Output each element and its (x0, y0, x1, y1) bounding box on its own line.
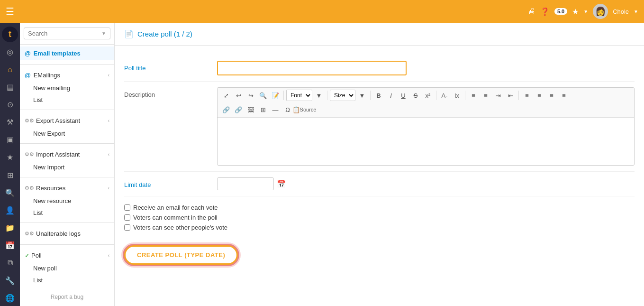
description-label: Description (124, 87, 209, 98)
star-chevron-icon[interactable]: ▼ (583, 9, 588, 14)
nav-icon-building[interactable]: ⊞ (2, 167, 18, 183)
rte-special-btn[interactable]: Ω (282, 104, 293, 115)
sidebar-item-unalterable-logs[interactable]: ⚙⚙ Unalterable logs (20, 227, 114, 241)
rte-unlink-btn[interactable]: 🔗 (233, 104, 244, 115)
nav-icon-folder[interactable]: 📁 (2, 220, 18, 236)
rte-indent-btn[interactable]: ⇥ (492, 90, 504, 101)
sidebar-item-new-export[interactable]: New Export (20, 128, 114, 139)
nav-icon-person[interactable]: 👤 (2, 203, 18, 218)
sidebar-item-new-resource[interactable]: New resource (20, 195, 114, 207)
rte-superscript-btn[interactable]: x² (422, 90, 434, 101)
page-doc-icon: 📄 (124, 29, 134, 38)
divider-5 (20, 223, 114, 223)
search-chevron-icon[interactable]: ▼ (101, 31, 106, 36)
report-bug-link[interactable]: Report a bug (20, 288, 114, 306)
sidebar-label-unalterable: Unalterable logs (36, 230, 81, 237)
rte-align-justify-btn[interactable]: ≡ (558, 90, 570, 101)
rte-image-btn[interactable]: 🖼 (245, 104, 256, 115)
checkbox-voters-comment[interactable] (124, 214, 130, 221)
rte-align-right-btn[interactable]: ≡ (546, 90, 557, 101)
sidebar-item-new-import[interactable]: New Import (20, 161, 114, 173)
rte-search-btn[interactable]: 🔍 (257, 90, 269, 101)
rte-body[interactable] (218, 118, 634, 165)
nav-icon-search[interactable]: 🔍 (2, 185, 18, 201)
sidebar-item-new-emailing[interactable]: New emailing (20, 82, 114, 94)
rte-bold-btn[interactable]: B (373, 90, 384, 101)
nav-icon-globe[interactable]: 🌐 (2, 290, 18, 306)
divider-1 (20, 64, 114, 65)
rte-expand-btn[interactable]: ⤢ (220, 90, 232, 101)
rte-table-btn[interactable]: ⊞ (257, 104, 269, 115)
rte-source-btn[interactable]: 📋 Source (299, 104, 310, 115)
checkbox-email-vote[interactable] (124, 204, 130, 211)
description-wrap: ⤢ ↩ ↪ 🔍 📝 Font ▼ Size (217, 87, 635, 166)
rte-link-btn[interactable]: 🔗 (220, 104, 232, 115)
sidebar-item-export-assistant[interactable]: ⚙⚙ Export Assistant ‹ (20, 114, 114, 128)
nav-icon-box[interactable]: ▣ (2, 132, 18, 148)
rte-align-center-btn[interactable]: ≡ (534, 90, 545, 101)
nav-icon-wrench[interactable]: 🔧 (2, 273, 18, 288)
poll-title-wrap (217, 61, 635, 75)
at-icon-emailings: @ (25, 72, 31, 79)
create-poll-button[interactable]: CREATE POLL (TYPE DATE) (124, 245, 238, 265)
rte-italic-btn[interactable]: I (385, 90, 397, 101)
sidebar-item-list-2[interactable]: List (20, 207, 114, 219)
sidebar-section-email-templates: @ Email templates (20, 45, 114, 62)
sidebar-item-poll[interactable]: ✓ Poll ‹ (20, 249, 114, 262)
rte-size-arrow[interactable]: ▼ (356, 90, 368, 101)
rte-fontcolor2-btn[interactable]: Ix (451, 90, 463, 101)
rte-fontcolor-btn[interactable]: A- (439, 90, 450, 101)
nav-icon-circle[interactable]: ◎ (2, 44, 18, 60)
gear-icon-export: ⚙⚙ (25, 118, 34, 124)
hamburger-icon[interactable]: ☰ (6, 6, 14, 17)
limit-date-input[interactable] (217, 177, 274, 190)
sidebar-item-resources[interactable]: ⚙⚙ Resources ‹ (20, 181, 114, 195)
nav-icon-calendar[interactable]: 📅 (2, 238, 18, 253)
star-icon[interactable]: ★ (572, 7, 579, 16)
nav-icon-tools[interactable]: ⚒ (2, 114, 18, 130)
rte-spell-btn[interactable]: 📝 (270, 90, 281, 101)
search-input[interactable] (28, 30, 101, 37)
sidebar-item-emailings[interactable]: @ EMailings ‹ (20, 68, 114, 82)
sidebar-item-list-3[interactable]: List (20, 274, 114, 286)
checkbox-row-3: Voters can see other people's vote (124, 224, 635, 231)
sidebar-item-new-poll[interactable]: New poll (20, 262, 114, 274)
print-icon[interactable]: 🖨 (528, 7, 535, 16)
rte-font-arrow[interactable]: ▼ (313, 90, 325, 101)
calendar-icon[interactable]: 📅 (277, 179, 286, 188)
rte-ol-btn[interactable]: ≡ (468, 90, 479, 101)
poll-title-input[interactable] (217, 61, 407, 75)
rte-strike-btn[interactable]: S (410, 90, 421, 101)
sidebar-item-email-templates[interactable]: @ Email templates (20, 46, 114, 60)
rte-undo-btn[interactable]: ↩ (233, 90, 244, 101)
text-sidebar: ▼ @ Email templates @ EMailings ‹ New em… (20, 23, 115, 306)
rte-redo-btn[interactable]: ↪ (245, 90, 256, 101)
rte-sep-5 (465, 91, 465, 100)
sidebar-item-list-1[interactable]: List (20, 94, 114, 106)
rte-sep-3 (370, 91, 371, 100)
nav-icon-layers[interactable]: ⧉ (2, 255, 18, 271)
nav-icon-star[interactable]: ★ (2, 149, 18, 165)
rte-font-select[interactable]: Font (286, 90, 312, 101)
sidebar-label-email-templates: Email templates (34, 50, 81, 57)
nav-icon-tag[interactable]: ⊙ (2, 97, 18, 112)
sidebar-item-import-assistant[interactable]: ⚙⚙ Import Assistant ‹ (20, 148, 114, 161)
export-arrow-icon: ‹ (108, 118, 109, 123)
rte-align-left-btn[interactable]: ≡ (521, 90, 533, 101)
nav-icon-chart[interactable]: ▤ (2, 79, 18, 95)
rte-outdent-btn[interactable]: ⇤ (505, 90, 516, 101)
rte-hr-btn[interactable]: — (270, 104, 281, 115)
help-icon[interactable]: ❓ (540, 7, 550, 16)
nav-icon-logo[interactable]: t (2, 27, 18, 42)
rte-underline-btn[interactable]: U (398, 90, 409, 101)
checkbox-voters-see[interactable] (124, 224, 130, 231)
rte-ul-btn[interactable]: ≡ (480, 90, 491, 101)
rte-size-select[interactable]: Size (330, 90, 355, 101)
checkbox-row-1: Receive an email for each vote (124, 204, 635, 211)
user-name[interactable]: Chole (613, 8, 629, 15)
search-wrap[interactable]: ▼ (24, 28, 110, 39)
nav-icon-home[interactable]: ⌂ (2, 62, 18, 77)
sidebar-section-import: ⚙⚙ Import Assistant ‹ New Import (20, 146, 114, 175)
sidebar-section-resources: ⚙⚙ Resources ‹ New resource List (20, 179, 114, 221)
user-chevron-icon[interactable]: ▼ (634, 9, 638, 14)
